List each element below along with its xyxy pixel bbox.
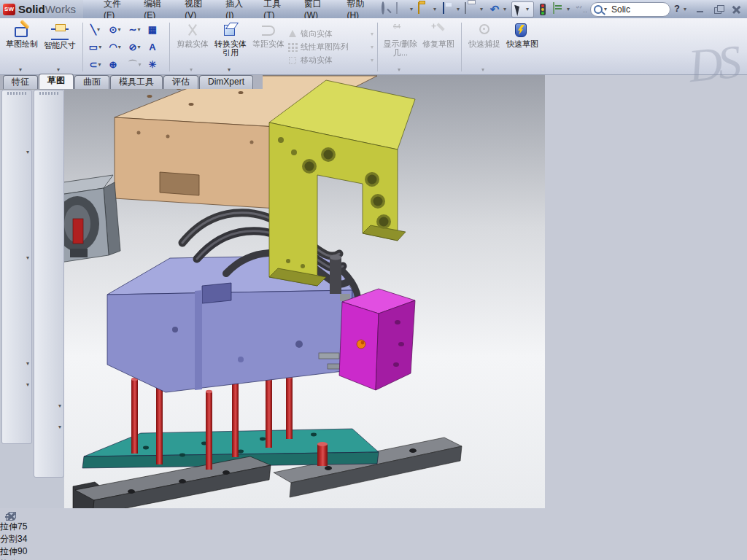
ribbon-row-button: 线性草图阵列: [287, 42, 374, 52]
toolbar-grip[interactable]: [7, 92, 26, 95]
display-delete-relations-button: 显示/删除几...: [382, 20, 419, 74]
toolbar-grip[interactable]: [39, 92, 58, 95]
toolbar-icon[interactable]: [40, 293, 58, 308]
toolbar-icon[interactable]: [40, 145, 58, 160]
sketch-entity-button[interactable]: ⌒: [126, 56, 146, 74]
sketch-entity-button[interactable]: ⊘: [126, 39, 146, 56]
sketch-entity-button[interactable]: ▦: [146, 21, 166, 39]
tree-item[interactable]: 分割34: [0, 533, 747, 545]
sketch-entity-button[interactable]: ∼: [126, 21, 146, 39]
restore-button[interactable]: [711, 4, 726, 15]
model-canvas[interactable]: Y X: [0, 75, 545, 508]
toolbar-icon[interactable]: [8, 314, 26, 329]
search-input[interactable]: Solic: [611, 4, 630, 15]
undo-icon[interactable]: [488, 3, 501, 16]
toolbar-icon[interactable]: [8, 145, 26, 160]
select-cursor-icon[interactable]: [511, 1, 534, 18]
toolbar-icon[interactable]: [40, 378, 58, 392]
sketch-entity-button[interactable]: ◠: [107, 39, 126, 56]
print-icon[interactable]: [465, 3, 478, 16]
toolbar-icon[interactable]: [8, 103, 26, 117]
sketch-entity-button[interactable]: ╲: [87, 21, 107, 39]
toolbar-icon[interactable]: [8, 357, 26, 371]
convert-entities-button[interactable]: 转换实体引用: [212, 20, 249, 74]
feature-tree: 分割34 拉伸90 拉伸91 圆角15: [0, 533, 747, 560]
toolbar-icon[interactable]: [40, 166, 58, 181]
trim-entities-button: 剪裁实体: [174, 20, 212, 74]
main-area: Y X 拉伸75: [0, 75, 747, 508]
toolbar-icon[interactable]: [40, 420, 58, 435]
search-box[interactable]: Solic: [590, 2, 670, 17]
toolbar-icon[interactable]: [40, 335, 58, 350]
search-icon: [594, 5, 603, 14]
rapid-sketch-button[interactable]: 快速草图: [503, 20, 541, 74]
solidworks-cube-icon: SW: [3, 4, 15, 15]
feature-tab[interactable]: DimXpert: [199, 75, 253, 89]
toolbar-icon[interactable]: [40, 103, 58, 117]
quick-snaps-icon: [476, 23, 493, 39]
sketch-icon: [13, 23, 31, 39]
sketch-entity-button[interactable]: ⊙: [107, 21, 126, 39]
toolbar-icon[interactable]: [40, 314, 58, 329]
rebuild-traffic-light-icon[interactable]: [536, 3, 549, 16]
help-icon[interactable]: [673, 3, 681, 16]
commandmanager-tabs: 特征草图曲面模具工具评估DimXpert: [0, 75, 263, 89]
toolbar-icon[interactable]: [8, 293, 26, 308]
display-relations-icon: [392, 23, 409, 39]
ribbon-row-button: 镜向实体: [287, 28, 374, 39]
sketch-entity-button[interactable]: ✳: [146, 56, 166, 74]
sketch-entity-tools: ╲⊙∼▦▭◠⊘A⊂⊕⌒✳: [87, 20, 166, 74]
pin-icon[interactable]: [379, 3, 392, 16]
toolbar-icon[interactable]: [8, 335, 26, 350]
toolbar-icon[interactable]: [40, 357, 58, 371]
left-toolbars: [0, 90, 64, 508]
save-icon[interactable]: [441, 3, 454, 16]
selection-cursor-mark: [357, 340, 365, 349]
sketch-entity-button[interactable]: A: [146, 39, 166, 56]
toolbar-icon[interactable]: [40, 399, 58, 413]
sketch-entity-button[interactable]: ⊂: [87, 56, 107, 74]
toolbar-icon[interactable]: [40, 272, 58, 287]
tree-item[interactable]: 拉伸90: [0, 545, 747, 558]
feature-tab[interactable]: 曲面: [74, 75, 109, 89]
trim-entities-icon: [184, 23, 201, 39]
open-icon[interactable]: [418, 3, 431, 16]
toolbar-icon[interactable]: [40, 230, 58, 244]
app-logo: SW SolidWorks: [0, 0, 83, 18]
new-document-icon[interactable]: [395, 3, 408, 16]
close-button[interactable]: [729, 4, 744, 15]
smart-dimension-button[interactable]: 智能尺寸: [41, 20, 79, 74]
feature-tab[interactable]: 草图: [39, 74, 74, 89]
sketch-entity-button[interactable]: ▭: [87, 39, 107, 56]
toolbar-icon[interactable]: [8, 272, 26, 287]
toolbar-icon[interactable]: [8, 187, 26, 202]
toolbar-icon[interactable]: [40, 251, 58, 265]
toolbar-icon[interactable]: [8, 124, 26, 139]
sketch-pattern-tools: 镜向实体线性草图阵列移动实体: [287, 20, 374, 74]
toolbar-icon[interactable]: [8, 209, 26, 223]
toolbar-icon[interactable]: [8, 378, 26, 392]
feature-tab[interactable]: 特征: [3, 75, 38, 89]
sketch-entity-button[interactable]: ⊕: [107, 56, 126, 74]
sketch-button[interactable]: 草图绘制: [3, 20, 41, 74]
graphics-viewport[interactable]: Y X 拉伸75: [0, 75, 747, 533]
toolbar-icon[interactable]: [8, 251, 26, 265]
convert-entities-icon: [222, 23, 239, 39]
measure-icon[interactable]: [575, 3, 588, 16]
minimize-button[interactable]: [693, 4, 708, 15]
toolbar-icon[interactable]: [40, 209, 58, 223]
feature-tab[interactable]: 评估: [163, 75, 198, 89]
offset-entities-icon: [260, 23, 277, 39]
ribbon-row-button: 移动实体: [287, 55, 374, 66]
toolbar-icon[interactable]: [40, 124, 58, 139]
options-list-icon[interactable]: [551, 3, 565, 16]
feature-tab[interactable]: 模具工具: [110, 75, 163, 89]
titlebar: SW SolidWorks 文件(F)编辑(E)视图(V)插入(I)工具(T)窗…: [0, 0, 747, 18]
body-red-stub[interactable]: [317, 442, 328, 466]
surfaces-toolbar: [34, 90, 64, 478]
toolbar-icon[interactable]: [40, 187, 58, 202]
toolbar-icon[interactable]: [8, 230, 26, 244]
sketch-ribbon: 草图绘制 智能尺寸 ╲⊙∼▦▭◠⊘A⊂⊕⌒✳ 剪裁实体 转换实体引用 等距实体 …: [0, 18, 747, 75]
toolbar-icon[interactable]: [8, 166, 26, 181]
repair-sketch-icon: [430, 23, 447, 39]
